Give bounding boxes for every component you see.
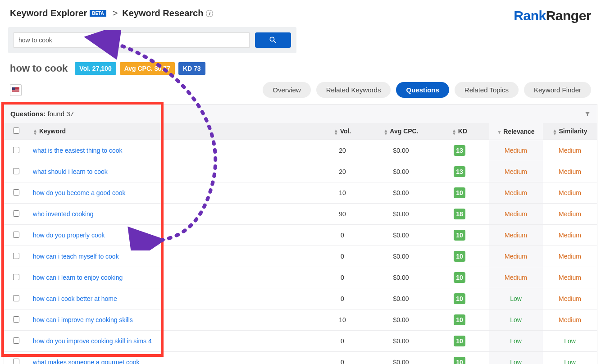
country-flag-selector[interactable] bbox=[10, 84, 22, 96]
cell-similarity: Medium bbox=[543, 288, 597, 309]
cell-similarity: Medium bbox=[543, 140, 597, 161]
breadcrumb-sep: > bbox=[113, 8, 118, 18]
cell-relevance: Low bbox=[489, 331, 543, 352]
keyword-link[interactable]: how can i learn to enjoy cooking bbox=[33, 274, 123, 281]
cell-volume: 10 bbox=[313, 309, 372, 331]
row-checkbox[interactable] bbox=[13, 168, 19, 174]
filter-icon[interactable] bbox=[584, 111, 591, 117]
row-checkbox[interactable] bbox=[13, 337, 19, 344]
keyword-link[interactable]: how do you properly cook bbox=[33, 232, 105, 239]
cell-kd: 10 bbox=[430, 246, 489, 267]
row-checkbox[interactable] bbox=[13, 316, 19, 323]
cell-volume: 0 bbox=[313, 267, 372, 288]
brand-logo: RankRanger bbox=[514, 8, 591, 23]
caption-count: found 37 bbox=[48, 110, 74, 118]
search-button[interactable] bbox=[255, 32, 291, 48]
cell-relevance: Low bbox=[489, 288, 543, 309]
table-row: how do you improve cooking skill in sims… bbox=[4, 331, 597, 352]
table-row: what should i learn to cook20$0.0013Medi… bbox=[4, 161, 597, 182]
table-header-row: Keyword Vol. Avg CPC. KD Relevance Simil… bbox=[4, 123, 597, 140]
keyword-link[interactable]: how can i teach myself to cook bbox=[33, 253, 119, 260]
keyword-link[interactable]: who invented cooking bbox=[33, 210, 94, 218]
cell-kd: 10 bbox=[430, 267, 489, 288]
keyword-link[interactable]: what should i learn to cook bbox=[33, 168, 108, 175]
select-all-checkbox[interactable] bbox=[13, 127, 19, 134]
header-checkbox bbox=[4, 123, 28, 140]
cell-relevance: Medium bbox=[489, 161, 543, 182]
cell-relevance: Low bbox=[489, 309, 543, 331]
tool-name[interactable]: Keyword Explorer bbox=[10, 8, 87, 18]
tab-questions[interactable]: Questions bbox=[396, 82, 449, 98]
cell-relevance: Low bbox=[489, 352, 543, 364]
row-checkbox[interactable] bbox=[13, 189, 19, 196]
cell-cpc: $0.00 bbox=[372, 246, 430, 267]
header-kd[interactable]: KD bbox=[430, 123, 489, 140]
cell-volume: 0 bbox=[313, 225, 372, 246]
keyword-link[interactable]: how can i cook better at home bbox=[33, 295, 117, 302]
cell-cpc: $0.00 bbox=[372, 182, 430, 204]
table-caption: Questions: found 37 bbox=[4, 105, 597, 123]
row-checkbox[interactable] bbox=[13, 210, 19, 217]
row-checkbox[interactable] bbox=[13, 359, 19, 364]
search-bar bbox=[8, 27, 296, 53]
cell-cpc: $0.00 bbox=[372, 309, 430, 331]
table-row: who invented cooking90$0.0018MediumMediu… bbox=[4, 204, 597, 225]
cell-similarity: Medium bbox=[543, 225, 597, 246]
cell-kd: 10 bbox=[430, 352, 489, 364]
caption-label: Questions: bbox=[10, 110, 46, 118]
cell-cpc: $0.00 bbox=[372, 140, 430, 161]
row-checkbox[interactable] bbox=[13, 295, 19, 301]
tab-overview[interactable]: Overview bbox=[263, 82, 311, 98]
cell-cpc: $0.00 bbox=[372, 204, 430, 225]
header-volume[interactable]: Vol. bbox=[313, 123, 372, 140]
keyword-summary: how to cook Vol. 27,100 Avg CPC. $0.77 K… bbox=[0, 59, 601, 82]
summary-keyword: how to cook bbox=[10, 63, 68, 74]
row-checkbox[interactable] bbox=[13, 253, 19, 259]
keyword-link[interactable]: how do you become a good cook bbox=[33, 189, 125, 196]
table-row: how can i improve my cooking skills10$0.… bbox=[4, 309, 597, 331]
volume-pill: Vol. 27,100 bbox=[75, 62, 116, 75]
tab-keyword-finder[interactable]: Keyword Finder bbox=[524, 82, 591, 98]
table-row: how do you properly cook0$0.0010MediumMe… bbox=[4, 225, 597, 246]
row-checkbox[interactable] bbox=[13, 232, 19, 238]
results-table: Questions: found 37 Keyword Vol. Avg CPC… bbox=[4, 104, 597, 364]
cell-relevance: Medium bbox=[489, 182, 543, 204]
header-relevance[interactable]: Relevance bbox=[489, 123, 543, 140]
keyword-link[interactable]: what makes someone a gourmet cook bbox=[33, 359, 140, 364]
cell-volume: 0 bbox=[313, 352, 372, 364]
cell-similarity: Medium bbox=[543, 204, 597, 225]
logo-part2: Ranger bbox=[546, 8, 591, 23]
header-cpc[interactable]: Avg CPC. bbox=[372, 123, 430, 140]
cell-kd: 10 bbox=[430, 309, 489, 331]
keyword-link[interactable]: what is the easiest thing to cook bbox=[33, 147, 122, 154]
kd-pill: KD 73 bbox=[178, 62, 205, 75]
keyword-link[interactable]: how can i improve my cooking skills bbox=[33, 316, 133, 323]
tab-related-topics[interactable]: Related Topics bbox=[455, 82, 519, 98]
table-row: what makes someone a gourmet cook0$0.001… bbox=[4, 352, 597, 364]
header-keyword[interactable]: Keyword bbox=[28, 123, 313, 140]
cell-volume: 90 bbox=[313, 204, 372, 225]
cell-relevance: Medium bbox=[489, 267, 543, 288]
keyword-search-input[interactable] bbox=[14, 32, 250, 48]
keyword-link[interactable]: how do you improve cooking skill in sims… bbox=[33, 337, 152, 345]
cell-relevance: Medium bbox=[489, 225, 543, 246]
breadcrumb: Keyword Explorer BETA > Keyword Research… bbox=[10, 8, 213, 18]
table-row: how can i teach myself to cook0$0.0010Me… bbox=[4, 246, 597, 267]
cell-similarity: Medium bbox=[543, 246, 597, 267]
table-row: how do you become a good cook10$0.0010Me… bbox=[4, 182, 597, 204]
cell-cpc: $0.00 bbox=[372, 331, 430, 352]
cell-volume: 10 bbox=[313, 182, 372, 204]
cell-volume: 0 bbox=[313, 288, 372, 309]
row-checkbox[interactable] bbox=[13, 147, 19, 153]
search-icon bbox=[269, 36, 278, 45]
page-title: Keyword Research bbox=[122, 8, 203, 18]
logo-part1: Rank bbox=[514, 8, 546, 23]
cell-kd: 10 bbox=[430, 225, 489, 246]
header-similarity[interactable]: Similarity bbox=[543, 123, 597, 140]
tab-related-keywords[interactable]: Related Keywords bbox=[316, 82, 391, 98]
cell-similarity: Medium bbox=[543, 161, 597, 182]
info-icon[interactable]: i bbox=[206, 10, 213, 17]
row-checkbox[interactable] bbox=[13, 274, 19, 280]
table-row: how can i cook better at home0$0.0010Low… bbox=[4, 288, 597, 309]
us-flag-icon bbox=[12, 87, 19, 92]
